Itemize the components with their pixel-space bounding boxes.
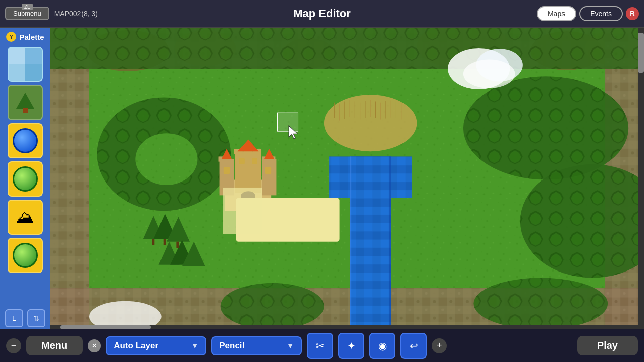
- blue-orb-icon: [13, 128, 38, 153]
- fill-tool-button[interactable]: ◉: [369, 333, 395, 359]
- eraser-tool-button[interactable]: ✂: [307, 333, 333, 359]
- palette-item-window-tiles[interactable]: [8, 47, 43, 82]
- layer-dropdown-label: Auto Layer: [114, 341, 158, 351]
- scrollbar-thumb-vertical[interactable]: [638, 33, 644, 73]
- y-button-icon: Y: [6, 32, 16, 42]
- fill-icon: ◉: [378, 340, 387, 352]
- stamp-icon: ✦: [347, 340, 356, 352]
- palette-sidebar: Y Palette ⛰ L ⇅: [0, 28, 50, 329]
- plus-button[interactable]: +: [432, 338, 447, 353]
- crop-area: [324, 95, 417, 151]
- stamp-tool-button[interactable]: ✦: [338, 333, 364, 359]
- palette-item-mountain[interactable]: ⛰: [8, 200, 43, 235]
- svg-rect-77: [262, 159, 277, 196]
- svg-rect-92: [252, 158, 257, 164]
- tab-events[interactable]: Events: [579, 6, 623, 21]
- x-dismiss-button[interactable]: ✕: [88, 339, 101, 352]
- top-bar-right: Maps Events R: [537, 6, 639, 21]
- green-orb-icon: [13, 166, 38, 192]
- tool-dropdown-arrow: ▼: [287, 342, 294, 350]
- top-bar: ZL Submenu MAP002(8, 3) Map Editor Maps …: [0, 0, 644, 28]
- scrollbar-thumb-horizontal[interactable]: [60, 325, 151, 329]
- layer-dropdown-arrow: ▼: [191, 342, 198, 350]
- svg-point-48: [221, 283, 324, 329]
- tool-dropdown[interactable]: Pencil ▼: [211, 336, 302, 355]
- svg-point-47: [473, 278, 608, 329]
- submenu-label: Submenu: [13, 10, 41, 17]
- minus-button[interactable]: −: [6, 338, 21, 353]
- submenu-button[interactable]: ZL Submenu: [5, 7, 49, 20]
- svg-rect-56: [164, 239, 166, 245]
- tile-q2: [25, 48, 42, 64]
- map-scrollbar-vertical[interactable]: [638, 28, 644, 325]
- svg-rect-96: [329, 156, 412, 198]
- undo-button[interactable]: ↩: [400, 333, 427, 359]
- palette-swap-icon: ⇅: [33, 314, 39, 322]
- tree-trunk: [23, 108, 28, 113]
- palette-l-label: L: [12, 314, 16, 322]
- selection-cursor: [277, 113, 298, 131]
- svg-rect-42: [50, 28, 644, 69]
- svg-rect-57: [176, 242, 179, 248]
- map-scrollbar-horizontal[interactable]: [50, 325, 644, 329]
- svg-rect-39: [50, 28, 89, 329]
- eraser-icon: ✂: [316, 340, 325, 352]
- bottom-bar: − Menu ✕ Auto Layer ▼ Pencil ▼ ✂ ✦ ◉ ↩ +…: [0, 329, 644, 362]
- palette-header: Y Palette: [6, 32, 44, 42]
- green-orb-2-icon: [13, 243, 38, 268]
- undo-icon: ↩: [410, 340, 418, 352]
- layer-dropdown[interactable]: Auto Layer ▼: [106, 336, 206, 355]
- svg-rect-98: [389, 156, 391, 329]
- top-bar-left: ZL Submenu MAP002(8, 3): [5, 7, 98, 20]
- svg-rect-94: [223, 188, 262, 234]
- play-button[interactable]: Play: [577, 336, 638, 355]
- tree-top: [16, 93, 34, 109]
- tool-dropdown-label: Pencil: [219, 341, 245, 351]
- tile-q3: [9, 64, 25, 81]
- tile-q1: [9, 48, 25, 64]
- submenu-badge: ZL: [22, 4, 33, 10]
- palette-item-blue-orb[interactable]: [8, 123, 43, 158]
- palette-item-green-orb[interactable]: [8, 161, 43, 197]
- map-area[interactable]: [50, 28, 644, 329]
- svg-rect-89: [224, 167, 230, 174]
- svg-rect-80: [235, 151, 261, 193]
- svg-point-44: [135, 133, 197, 185]
- tile-q4: [25, 64, 42, 81]
- tree-icon: [15, 93, 35, 113]
- palette-title: Palette: [19, 33, 44, 41]
- mountain-icon: ⛰: [16, 207, 34, 228]
- svg-rect-55: [152, 239, 154, 245]
- palette-item-tree[interactable]: [8, 85, 43, 120]
- r-badge: R: [626, 7, 639, 20]
- svg-point-45: [463, 76, 628, 179]
- palette-bottom-controls: L ⇅: [5, 309, 45, 327]
- map-coordinates: MAP002(8, 3): [54, 10, 98, 18]
- menu-button[interactable]: Menu: [26, 336, 83, 355]
- svg-point-101: [463, 59, 515, 88]
- tab-maps[interactable]: Maps: [537, 6, 576, 21]
- palette-item-green-orb-2[interactable]: [8, 238, 43, 273]
- palette-left-button[interactable]: L: [5, 309, 23, 327]
- map-canvas[interactable]: [50, 28, 644, 329]
- app-title: Map Editor: [293, 7, 351, 20]
- svg-rect-90: [265, 167, 271, 174]
- svg-rect-97: [350, 156, 351, 329]
- svg-rect-91: [239, 158, 245, 164]
- palette-swap-button[interactable]: ⇅: [27, 309, 45, 327]
